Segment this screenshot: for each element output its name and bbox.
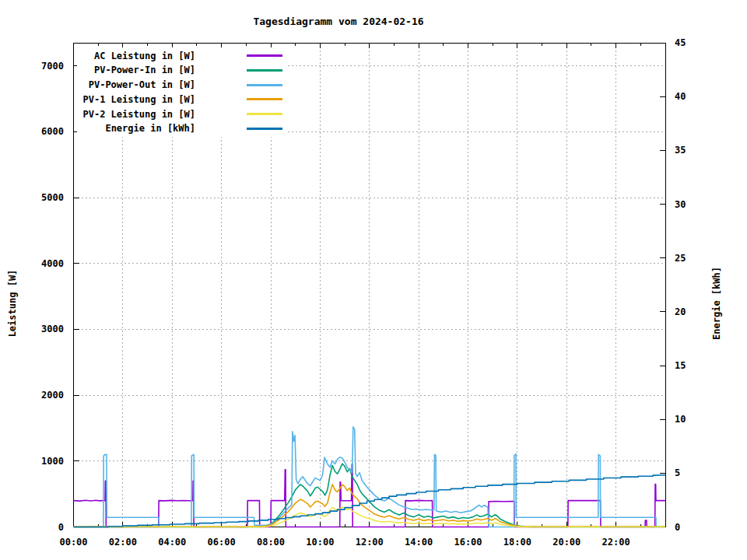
y2-tick-label: 25: [675, 253, 686, 264]
legend-item-ac: AC Leistung in [W]: [77, 49, 286, 62]
legend-item-energie: Energie in [kWh]: [77, 122, 286, 135]
legend-label: PV-2 Leistung in [W]: [77, 109, 195, 120]
legend-item-pv2: PV-2 Leistung in [W]: [77, 107, 286, 121]
x-tick-label: 18:00: [503, 537, 531, 548]
y-tick-label: 0: [58, 522, 64, 533]
x-tick-label: 16:00: [454, 537, 482, 548]
legend-label: PV-Power-Out in [W]: [77, 79, 195, 90]
chart-title: Tagesdiagramm vom 2024-02-16: [0, 16, 677, 27]
y-axis-label: Leistung [W]: [7, 270, 18, 338]
legend-line-sample: [247, 69, 282, 72]
series-pv-out-line: [74, 427, 666, 527]
y2-tick-label: 35: [675, 145, 686, 156]
legend-label: AC Leistung in [W]: [77, 51, 195, 61]
legend-label: Energie in [kWh]: [77, 123, 195, 134]
legend-line-sample: [247, 113, 282, 115]
legend-line-sample: [247, 98, 282, 100]
y2-axis-label: Energie [kWh]: [711, 267, 722, 340]
y2-tick-label: 20: [675, 306, 686, 317]
y-tick-label: 3000: [41, 324, 64, 334]
y2-tick-label: 15: [675, 360, 686, 371]
y2-tick-label: 10: [675, 414, 686, 425]
x-tick-label: 04:00: [158, 537, 186, 548]
y-tick-label: 2000: [41, 390, 64, 401]
legend-label: PV-1 Leistung in [W]: [77, 94, 195, 105]
x-tick-label: 00:00: [59, 537, 87, 548]
x-tick-label: 14:00: [405, 537, 433, 548]
y2-tick-label: 40: [675, 91, 686, 102]
x-tick-label: 22:00: [602, 537, 630, 548]
legend-item-pv-out: PV-Power-Out in [W]: [77, 79, 286, 92]
x-tick-label: 08:00: [257, 537, 285, 548]
x-tick-label: 10:00: [306, 537, 334, 548]
legend-line-sample: [247, 54, 282, 57]
tagesdiagramm-chart: 00:0002:0004:0006:0008:0010:0012:0014:00…: [0, 0, 747, 560]
x-tick-label: 20:00: [552, 537, 580, 548]
y-tick-label: 4000: [41, 258, 64, 269]
x-tick-label: 02:00: [109, 537, 137, 548]
legend-line-sample: [247, 84, 282, 86]
x-tick-label: 12:00: [356, 537, 384, 548]
legend-item-pv-in: PV-Power-In in [W]: [77, 64, 286, 77]
y2-tick-label: 45: [675, 37, 686, 48]
y2-tick-label: 5: [675, 467, 680, 478]
legend-label: PV-Power-In in [W]: [77, 65, 195, 75]
y-tick-label: 5000: [41, 192, 64, 203]
y-tick-label: 1000: [41, 456, 64, 467]
y-tick-label: 6000: [41, 126, 64, 137]
y-tick-label: 7000: [41, 61, 64, 72]
y2-tick-label: 30: [675, 199, 686, 210]
y2-tick-label: 0: [675, 522, 680, 533]
legend-item-pv1: PV-1 Leistung in [W]: [77, 93, 286, 106]
legend: AC Leistung in [W] PV-Power-In in [W] PV…: [77, 47, 286, 137]
x-tick-label: 06:00: [208, 537, 236, 548]
legend-line-sample: [247, 128, 282, 130]
